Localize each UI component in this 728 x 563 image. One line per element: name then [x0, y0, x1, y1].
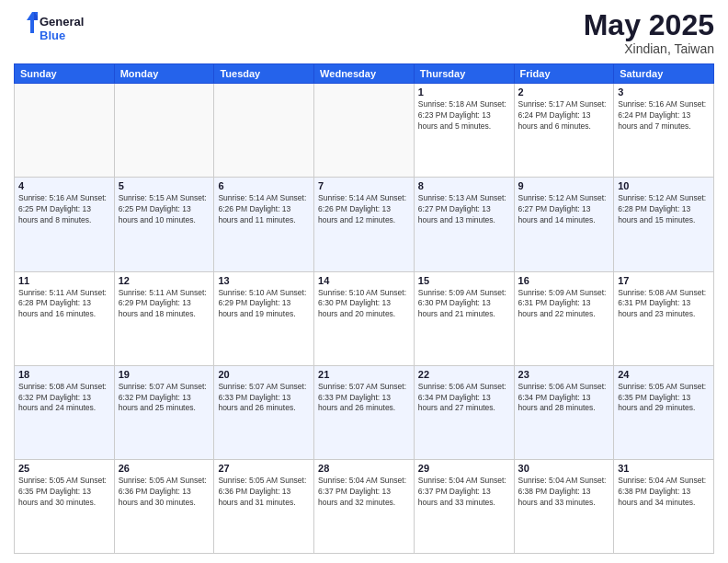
- table-row: 12Sunrise: 5:11 AM Sunset: 6:29 PM Dayli…: [114, 271, 214, 365]
- table-row: [314, 84, 415, 178]
- svg-text:Blue: Blue: [40, 29, 65, 42]
- day-info: Sunrise: 5:15 AM Sunset: 6:25 PM Dayligh…: [119, 193, 210, 226]
- day-number: 9: [518, 180, 610, 191]
- day-number: 20: [218, 369, 310, 380]
- day-number: 12: [119, 275, 210, 286]
- table-row: [114, 84, 214, 178]
- table-row: 3Sunrise: 5:16 AM Sunset: 6:24 PM Daylig…: [614, 84, 714, 178]
- table-row: 18Sunrise: 5:08 AM Sunset: 6:32 PM Dayli…: [15, 365, 115, 459]
- day-number: 5: [119, 180, 210, 191]
- week-row-4: 25Sunrise: 5:05 AM Sunset: 6:35 PM Dayli…: [15, 459, 714, 553]
- day-info: Sunrise: 5:10 AM Sunset: 6:30 PM Dayligh…: [318, 288, 410, 321]
- logo-text: General Blue: [14, 9, 97, 46]
- day-number: 29: [418, 463, 510, 474]
- day-info: Sunrise: 5:07 AM Sunset: 6:33 PM Dayligh…: [318, 382, 410, 415]
- month-title: May 2025: [584, 9, 714, 41]
- table-row: 16Sunrise: 5:09 AM Sunset: 6:31 PM Dayli…: [514, 271, 614, 365]
- day-number: 1: [418, 86, 510, 98]
- table-row: 2Sunrise: 5:17 AM Sunset: 6:24 PM Daylig…: [514, 84, 614, 178]
- day-info: Sunrise: 5:07 AM Sunset: 6:33 PM Dayligh…: [218, 382, 310, 415]
- day-info: Sunrise: 5:11 AM Sunset: 6:29 PM Dayligh…: [119, 288, 210, 321]
- header-tuesday: Tuesday: [214, 64, 314, 84]
- day-info: Sunrise: 5:04 AM Sunset: 6:37 PM Dayligh…: [318, 476, 410, 509]
- day-info: Sunrise: 5:14 AM Sunset: 6:26 PM Dayligh…: [218, 193, 310, 226]
- table-row: 1Sunrise: 5:18 AM Sunset: 6:23 PM Daylig…: [414, 84, 514, 178]
- day-info: Sunrise: 5:18 AM Sunset: 6:23 PM Dayligh…: [418, 99, 510, 132]
- week-row-3: 18Sunrise: 5:08 AM Sunset: 6:32 PM Dayli…: [15, 365, 714, 459]
- day-number: 10: [618, 180, 710, 191]
- day-info: Sunrise: 5:06 AM Sunset: 6:34 PM Dayligh…: [518, 382, 610, 415]
- title-block: May 2025 Xindian, Taiwan: [584, 9, 714, 56]
- day-number: 14: [318, 275, 410, 286]
- day-info: Sunrise: 5:17 AM Sunset: 6:24 PM Dayligh…: [518, 99, 610, 132]
- day-info: Sunrise: 5:09 AM Sunset: 6:30 PM Dayligh…: [418, 288, 510, 321]
- day-number: 30: [518, 463, 610, 474]
- table-row: 4Sunrise: 5:16 AM Sunset: 6:25 PM Daylig…: [15, 178, 115, 271]
- day-number: 4: [18, 180, 110, 191]
- calendar: Sunday Monday Tuesday Wednesday Thursday…: [14, 63, 714, 554]
- header-wednesday: Wednesday: [314, 64, 415, 84]
- table-row: 26Sunrise: 5:05 AM Sunset: 6:36 PM Dayli…: [114, 459, 214, 553]
- day-info: Sunrise: 5:05 AM Sunset: 6:36 PM Dayligh…: [119, 476, 210, 509]
- table-row: 24Sunrise: 5:05 AM Sunset: 6:35 PM Dayli…: [614, 365, 714, 459]
- table-row: [15, 84, 115, 178]
- day-number: 13: [218, 275, 310, 286]
- table-row: 10Sunrise: 5:12 AM Sunset: 6:28 PM Dayli…: [614, 178, 714, 271]
- weekday-header-row: Sunday Monday Tuesday Wednesday Thursday…: [15, 64, 714, 84]
- day-number: 17: [618, 275, 710, 286]
- day-info: Sunrise: 5:16 AM Sunset: 6:24 PM Dayligh…: [618, 99, 710, 132]
- location: Xindian, Taiwan: [584, 41, 714, 56]
- table-row: 15Sunrise: 5:09 AM Sunset: 6:30 PM Dayli…: [414, 271, 514, 365]
- table-row: 5Sunrise: 5:15 AM Sunset: 6:25 PM Daylig…: [114, 178, 214, 271]
- week-row-1: 4Sunrise: 5:16 AM Sunset: 6:25 PM Daylig…: [15, 178, 714, 271]
- day-number: 26: [119, 463, 210, 474]
- table-row: 25Sunrise: 5:05 AM Sunset: 6:35 PM Dayli…: [15, 459, 115, 553]
- day-number: 15: [418, 275, 510, 286]
- day-info: Sunrise: 5:11 AM Sunset: 6:28 PM Dayligh…: [18, 288, 110, 321]
- day-number: 27: [218, 463, 310, 474]
- day-info: Sunrise: 5:12 AM Sunset: 6:27 PM Dayligh…: [518, 193, 610, 226]
- day-number: 16: [518, 275, 610, 286]
- header: General Blue May 2025 Xindian, Taiwan: [14, 9, 714, 56]
- day-number: 24: [618, 369, 710, 380]
- header-saturday: Saturday: [614, 64, 714, 84]
- header-thursday: Thursday: [414, 64, 514, 84]
- day-info: Sunrise: 5:08 AM Sunset: 6:32 PM Dayligh…: [18, 382, 110, 415]
- table-row: 19Sunrise: 5:07 AM Sunset: 6:32 PM Dayli…: [114, 365, 214, 459]
- day-number: 22: [418, 369, 510, 380]
- table-row: 13Sunrise: 5:10 AM Sunset: 6:29 PM Dayli…: [214, 271, 314, 365]
- week-row-2: 11Sunrise: 5:11 AM Sunset: 6:28 PM Dayli…: [15, 271, 714, 365]
- day-info: Sunrise: 5:16 AM Sunset: 6:25 PM Dayligh…: [18, 193, 110, 226]
- day-info: Sunrise: 5:12 AM Sunset: 6:28 PM Dayligh…: [618, 193, 710, 226]
- table-row: 11Sunrise: 5:11 AM Sunset: 6:28 PM Dayli…: [15, 271, 115, 365]
- day-number: 23: [518, 369, 610, 380]
- header-sunday: Sunday: [15, 64, 115, 84]
- table-row: 22Sunrise: 5:06 AM Sunset: 6:34 PM Dayli…: [414, 365, 514, 459]
- table-row: 28Sunrise: 5:04 AM Sunset: 6:37 PM Dayli…: [314, 459, 415, 553]
- table-row: 31Sunrise: 5:04 AM Sunset: 6:38 PM Dayli…: [614, 459, 714, 553]
- svg-text:General: General: [40, 15, 84, 29]
- day-info: Sunrise: 5:05 AM Sunset: 6:35 PM Dayligh…: [18, 476, 110, 509]
- day-info: Sunrise: 5:07 AM Sunset: 6:32 PM Dayligh…: [119, 382, 210, 415]
- day-number: 21: [318, 369, 410, 380]
- day-number: 2: [518, 86, 610, 98]
- table-row: 14Sunrise: 5:10 AM Sunset: 6:30 PM Dayli…: [314, 271, 415, 365]
- day-info: Sunrise: 5:09 AM Sunset: 6:31 PM Dayligh…: [518, 288, 610, 321]
- day-number: 18: [18, 369, 110, 380]
- table-row: 8Sunrise: 5:13 AM Sunset: 6:27 PM Daylig…: [414, 178, 514, 271]
- table-row: 23Sunrise: 5:06 AM Sunset: 6:34 PM Dayli…: [514, 365, 614, 459]
- header-friday: Friday: [514, 64, 614, 84]
- day-number: 3: [618, 86, 710, 98]
- day-info: Sunrise: 5:14 AM Sunset: 6:26 PM Dayligh…: [318, 193, 410, 226]
- day-info: Sunrise: 5:04 AM Sunset: 6:38 PM Dayligh…: [618, 476, 710, 509]
- week-row-0: 1Sunrise: 5:18 AM Sunset: 6:23 PM Daylig…: [15, 84, 714, 178]
- day-info: Sunrise: 5:05 AM Sunset: 6:35 PM Dayligh…: [618, 382, 710, 415]
- day-info: Sunrise: 5:10 AM Sunset: 6:29 PM Dayligh…: [218, 288, 310, 321]
- day-info: Sunrise: 5:04 AM Sunset: 6:37 PM Dayligh…: [418, 476, 510, 509]
- day-info: Sunrise: 5:13 AM Sunset: 6:27 PM Dayligh…: [418, 193, 510, 226]
- day-info: Sunrise: 5:08 AM Sunset: 6:31 PM Dayligh…: [618, 288, 710, 321]
- table-row: 21Sunrise: 5:07 AM Sunset: 6:33 PM Dayli…: [314, 365, 415, 459]
- day-number: 11: [18, 275, 110, 286]
- day-number: 19: [119, 369, 210, 380]
- table-row: [214, 84, 314, 178]
